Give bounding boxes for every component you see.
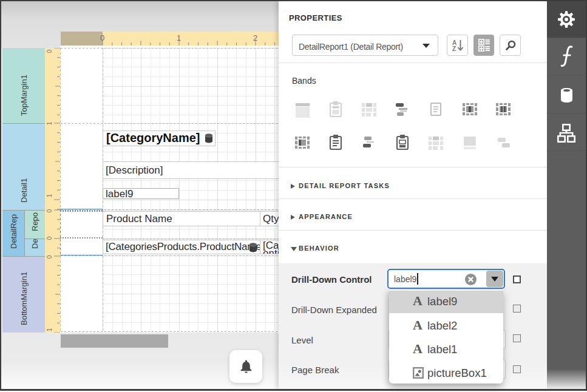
svg-text:Z: Z bbox=[452, 46, 456, 52]
